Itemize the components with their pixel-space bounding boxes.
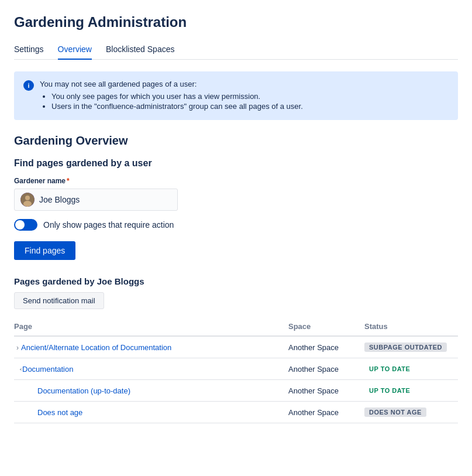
status-badge: DOES NOT AGE (364, 407, 426, 417)
status-badge: UP TO DATE (364, 386, 415, 395)
info-list: You only see pages for which you user ha… (40, 92, 303, 111)
row-chevron[interactable]: ˅ (14, 368, 22, 371)
info-box: i You may not see all gardened pages of … (14, 71, 458, 120)
table-row: ›Ancient/Alternate Location of Documenta… (14, 336, 458, 358)
info-text: You may not see all gardened pages of a … (40, 80, 303, 88)
info-content: You may not see all gardened pages of a … (40, 80, 303, 112)
svg-point-2 (23, 201, 32, 207)
gardener-label: Gardener name* (14, 177, 458, 185)
page-link[interactable]: Documentation (22, 365, 73, 374)
tab-settings[interactable]: Settings (14, 40, 44, 60)
send-notification-button[interactable]: Send notification mail (14, 292, 104, 309)
status-badge: SUBPAGE OUTDATED (364, 343, 447, 352)
space-cell: Another Space (288, 402, 364, 423)
status-cell: DOES NOT AGE (364, 402, 458, 423)
tabs-nav: Settings Overview Blocklisted Spaces (14, 40, 458, 60)
gardener-input[interactable]: Joe Bloggs (14, 189, 178, 211)
find-title: Find pages gardened by a user (14, 158, 458, 169)
row-chevron[interactable]: › (16, 344, 19, 352)
table-header-row: Page Space Status (14, 317, 458, 336)
table-row: Does not ageAnother SpaceDOES NOT AGE (14, 402, 458, 423)
require-action-toggle[interactable] (14, 219, 37, 231)
info-bullet-1: You only see pages for which you user ha… (51, 92, 303, 101)
tab-overview[interactable]: Overview (58, 40, 92, 60)
status-cell: UP TO DATE (364, 358, 458, 380)
col-space: Space (288, 317, 364, 336)
space-cell: Another Space (288, 358, 364, 380)
info-bullet-2: Users in the "confluence-administrators"… (51, 102, 303, 111)
space-cell: Another Space (288, 380, 364, 402)
svg-point-1 (25, 196, 30, 200)
overview-title: Gardening Overview (14, 134, 458, 148)
pages-title: Pages gardened by Joe Bloggs (14, 276, 458, 286)
col-page: Page (14, 317, 288, 336)
toggle-row: Only show pages that require action (14, 219, 458, 231)
page-link[interactable]: Ancient/Alternate Location of Documentat… (21, 343, 171, 352)
page-link[interactable]: Does not age (37, 408, 82, 417)
space-cell: Another Space (288, 336, 364, 358)
status-cell: UP TO DATE (364, 380, 458, 402)
col-status: Status (364, 317, 458, 336)
status-badge: UP TO DATE (364, 364, 415, 374)
status-cell: SUBPAGE OUTDATED (364, 336, 458, 358)
toggle-label: Only show pages that require action (43, 220, 174, 230)
user-avatar (20, 193, 35, 207)
gardener-value: Joe Bloggs (39, 195, 80, 204)
page-title: Gardening Administration (14, 14, 458, 30)
table-row: ˅DocumentationAnother SpaceUP TO DATE (14, 358, 458, 380)
pages-table: Page Space Status ›Ancient/Alternate Loc… (14, 317, 458, 423)
page-link[interactable]: Documentation (up-to-date) (37, 386, 130, 395)
find-pages-button[interactable]: Find pages (14, 241, 75, 260)
tab-blocklisted[interactable]: Blocklisted Spaces (106, 40, 175, 60)
info-icon: i (23, 80, 34, 91)
table-row: Documentation (up-to-date)Another SpaceU… (14, 380, 458, 402)
